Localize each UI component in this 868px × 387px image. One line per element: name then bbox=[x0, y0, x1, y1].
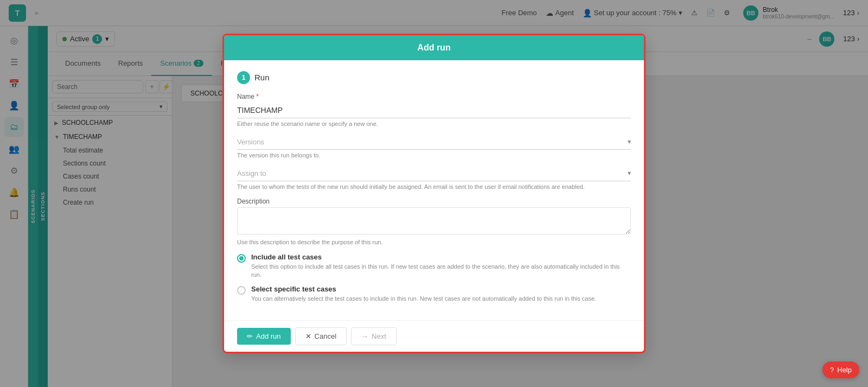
radio-select-specific-title: Select specific test cases bbox=[251, 285, 631, 293]
step-indicator: 1 Run bbox=[237, 71, 631, 84]
assign-to-select[interactable]: Assign to ▾ bbox=[237, 166, 631, 181]
step-label: Run bbox=[254, 73, 270, 82]
description-form-group: Description Use this description to desc… bbox=[237, 198, 631, 245]
description-label: Description bbox=[237, 198, 631, 205]
radio-include-all-content: Include all test cases Select this optio… bbox=[251, 253, 631, 280]
versions-arrow-icon: ▾ bbox=[628, 138, 631, 145]
name-label: Name * bbox=[237, 93, 631, 100]
help-button[interactable]: ? Help bbox=[822, 361, 859, 378]
versions-hint: The version this run belongs to. bbox=[237, 152, 631, 158]
add-run-modal: Add run 1 Run Name * Either reuse the sc… bbox=[222, 34, 646, 353]
assign-to-arrow-icon: ▾ bbox=[628, 169, 631, 177]
step-number: 1 bbox=[237, 71, 250, 84]
radio-include-all[interactable]: Include all test cases Select this optio… bbox=[237, 253, 631, 280]
modal-body: 1 Run Name * Either reuse the scenario n… bbox=[224, 60, 644, 320]
modal-overlay: Add run 1 Run Name * Either reuse the sc… bbox=[0, 0, 868, 387]
radio-select-specific-circle bbox=[237, 286, 246, 295]
radio-group: Include all test cases Select this optio… bbox=[237, 253, 631, 303]
add-run-icon: ✏ bbox=[247, 332, 253, 340]
add-run-button[interactable]: ✏ Add run bbox=[237, 328, 291, 345]
required-indicator: * bbox=[256, 93, 259, 100]
assign-to-label: Assign to bbox=[237, 169, 628, 177]
modal-footer: ✏ Add run ✕ Cancel → Next bbox=[224, 320, 644, 352]
versions-label: Versions bbox=[237, 138, 628, 146]
next-icon: → bbox=[361, 332, 368, 340]
assign-to-form-group: Assign to ▾ The user to whom the tests o… bbox=[237, 166, 631, 190]
description-textarea[interactable] bbox=[237, 207, 631, 234]
radio-include-all-title: Include all test cases bbox=[251, 253, 631, 261]
name-hint: Either reuse the scenario name or specif… bbox=[237, 120, 631, 127]
name-input[interactable] bbox=[237, 103, 631, 118]
next-button[interactable]: → Next bbox=[351, 327, 397, 345]
radio-select-specific-content: Select specific test cases You can alter… bbox=[251, 285, 631, 303]
assign-to-hint: The user to whom the tests of the new ru… bbox=[237, 183, 631, 190]
versions-form-group: Versions ▾ The version this run belongs … bbox=[237, 135, 631, 158]
modal-header: Add run bbox=[224, 35, 644, 60]
radio-include-all-desc: Select this option to include all test c… bbox=[251, 263, 631, 280]
name-form-group: Name * Either reuse the scenario name or… bbox=[237, 93, 631, 127]
radio-include-all-circle bbox=[237, 254, 246, 263]
cancel-icon: ✕ bbox=[305, 332, 311, 340]
cancel-button[interactable]: ✕ Cancel bbox=[295, 327, 347, 345]
help-label: Help bbox=[837, 366, 852, 374]
modal-title: Add run bbox=[235, 43, 633, 53]
radio-select-specific-desc: You can alternatively select the test ca… bbox=[251, 295, 631, 303]
help-icon: ? bbox=[830, 366, 834, 374]
radio-select-specific[interactable]: Select specific test cases You can alter… bbox=[237, 285, 631, 303]
description-hint: Use this description to describe the pur… bbox=[237, 239, 631, 245]
versions-select[interactable]: Versions ▾ bbox=[237, 135, 631, 150]
